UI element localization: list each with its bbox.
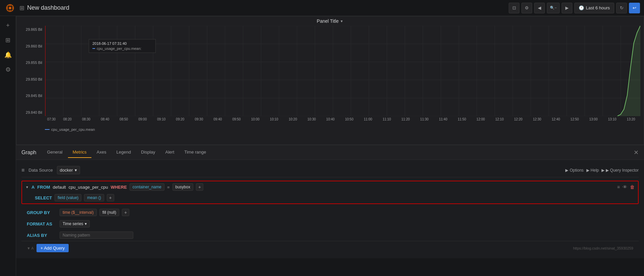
grafana-logo (4, 2, 16, 14)
time-range-button[interactable]: 🕐 Last 6 hours (574, 3, 614, 13)
query-from-default: default (53, 185, 66, 190)
query-where-val[interactable]: busybox (172, 183, 194, 191)
panel-type-label: Graph (21, 150, 36, 156)
topbar-right: ⊡ ⚙ ◀ 🔍− ▶ 🕐 Last 6 hours ↻ ↩ (509, 3, 640, 13)
tab-metrics[interactable]: Metrics (68, 147, 91, 158)
tab-time-range[interactable]: Time range (180, 147, 211, 158)
x-label-3: 08:30 (77, 117, 95, 121)
dashboard-title: New dashboard (27, 4, 69, 11)
x-label-20: 11:20 (396, 117, 415, 121)
query-where-field[interactable]: container_name (130, 183, 164, 191)
where-add-button[interactable]: + (196, 183, 203, 191)
query-row-select: SELECT field (value) mean () + (22, 193, 638, 203)
x-label-29: 12:50 (565, 117, 584, 121)
x-label-13: 10:10 (265, 117, 283, 121)
tab-alert[interactable]: Alert (161, 147, 179, 158)
query-chevron-icon[interactable]: ▼ (25, 185, 29, 189)
chart-legend: cpu_usage_per_cpu.mean (16, 126, 644, 133)
options-button[interactable]: ▶ Options (565, 168, 583, 173)
sidebar-item-alerts[interactable]: 🔔 (1, 48, 15, 62)
x-label-24: 12:00 (471, 117, 490, 121)
x-label-12: 10:00 (246, 117, 265, 121)
zoom-out-button[interactable]: 🔍− (547, 3, 560, 13)
group-by-add-button[interactable]: + (122, 209, 129, 216)
tab-axes[interactable]: Axes (92, 147, 111, 158)
group-by-keyword: GROUP BY (27, 210, 57, 215)
format-as-value: Time series (63, 221, 83, 226)
help-label: Help (591, 168, 599, 173)
chart-tooltip: 2018-06-17 07:31:40 cpu_usage_per_cpu.me… (89, 39, 156, 53)
help-button[interactable]: ▶ Help (586, 168, 599, 173)
x-label-30: 13:00 (584, 117, 603, 121)
query-letter-a: A (31, 185, 34, 190)
query-where-keyword: WHERE (111, 185, 127, 190)
tooltip-series: cpu_usage_per_cpu.mean: (92, 47, 152, 51)
tab-legend[interactable]: Legend (112, 147, 136, 158)
options-label: Options (570, 168, 583, 173)
group-by-fill[interactable]: fill (null) (99, 209, 119, 216)
tabs-panel: Graph General Metrics Axes Legend Displa… (16, 145, 644, 258)
x-label-7: 09:10 (152, 117, 171, 121)
sidebar-item-settings[interactable]: ⚙ (1, 63, 15, 76)
query-inspector-button[interactable]: ▶ ▶ Query Inspector (601, 168, 639, 173)
help-arrow-icon: ▶ (586, 168, 589, 173)
query-select-field[interactable]: field (value) (55, 194, 81, 201)
settings-button[interactable]: ⚙ (521, 3, 532, 13)
tv-button[interactable]: ⊡ (509, 3, 519, 13)
next-button[interactable]: ▶ (562, 3, 572, 13)
close-panel-button[interactable]: ✕ (634, 149, 639, 156)
select-add-button[interactable]: + (107, 194, 114, 201)
datasource-select[interactable]: docker ▾ (57, 166, 80, 174)
format-as-select[interactable]: Time series ▾ (60, 220, 90, 227)
tooltip-time: 2018-06-17 07:31:40 (92, 41, 152, 45)
panel-title-bar: Panel Title ▼ (16, 16, 644, 26)
tab-display[interactable]: Display (136, 147, 160, 158)
query-from-keyword: FROM (37, 185, 50, 190)
prev-button[interactable]: ◀ (534, 3, 545, 13)
panel-title[interactable]: Panel Title ▼ (317, 18, 343, 24)
x-label-1: 07:30 (45, 117, 58, 121)
sidebar-item-dashboard[interactable]: ⊞ (1, 33, 15, 47)
format-as-keyword: FORMAT AS (27, 221, 57, 226)
query-a-collapse-icon[interactable]: ▼ A (27, 246, 34, 250)
format-as-dropdown-icon: ▾ (85, 221, 87, 226)
options-arrow-icon: ▶ (565, 168, 568, 173)
query-inspector-arrow-icon: ▶ (601, 168, 604, 173)
x-label-31: 13:10 (603, 117, 622, 121)
datasource-icon: ≡ (21, 167, 24, 173)
alias-by-row: ALIAS BY (21, 229, 639, 241)
x-label-9: 09:30 (190, 117, 208, 121)
group-by-time[interactable]: time ($__interval) (60, 209, 97, 216)
query-row-a: ▼ A FROM default cpu_usage_per_cpu WHERE… (21, 181, 639, 204)
x-label-27: 12:30 (528, 117, 547, 121)
time-range-label: Last 6 hours (586, 5, 610, 10)
legend-label: cpu_usage_per_cpu.mean (51, 127, 95, 131)
query-row-from: ▼ A FROM default cpu_usage_per_cpu WHERE… (22, 181, 638, 193)
x-label-4: 08:40 (95, 117, 114, 121)
alias-by-input[interactable] (60, 232, 133, 239)
x-label-21: 11:30 (415, 117, 434, 121)
sidebar-item-add[interactable]: + (1, 19, 15, 32)
query-trash-icon[interactable]: 🗑 (630, 184, 635, 190)
query-editor: ≡ Data Source docker ▾ ▶ Options ▶ Help (16, 160, 644, 258)
datasource-label: Data Source (28, 168, 53, 173)
sidebar: + ⊞ 🔔 ⚙ (0, 16, 16, 276)
alias-by-keyword: ALIAS BY (27, 233, 57, 238)
query-eye-icon[interactable]: 👁 (623, 184, 627, 190)
query-select-fn[interactable]: mean () (84, 194, 104, 201)
go-back-button[interactable]: ↩ (629, 3, 640, 13)
tab-general[interactable]: General (42, 147, 67, 158)
panel-title-arrow-icon: ▼ (340, 19, 343, 23)
panel-area: Panel Title ▼ 29.865 Bil 29.860 Bil 29.8… (16, 16, 644, 145)
tabs-header: Graph General Metrics Axes Legend Displa… (16, 145, 644, 160)
x-label-8: 09:20 (171, 117, 190, 121)
datasource-dropdown-icon: ▾ (75, 168, 77, 173)
query-hamburger-icon[interactable]: ≡ (617, 184, 620, 190)
y-label-1: 29.865 Bil (20, 27, 45, 31)
x-label-17: 10:50 (340, 117, 359, 121)
add-query-button[interactable]: + Add Query (37, 244, 69, 252)
x-label-10: 09:40 (208, 117, 227, 121)
grid-icon: ⊞ (19, 4, 24, 12)
x-label-26: 12:20 (509, 117, 528, 121)
refresh-button[interactable]: ↻ (616, 3, 627, 13)
